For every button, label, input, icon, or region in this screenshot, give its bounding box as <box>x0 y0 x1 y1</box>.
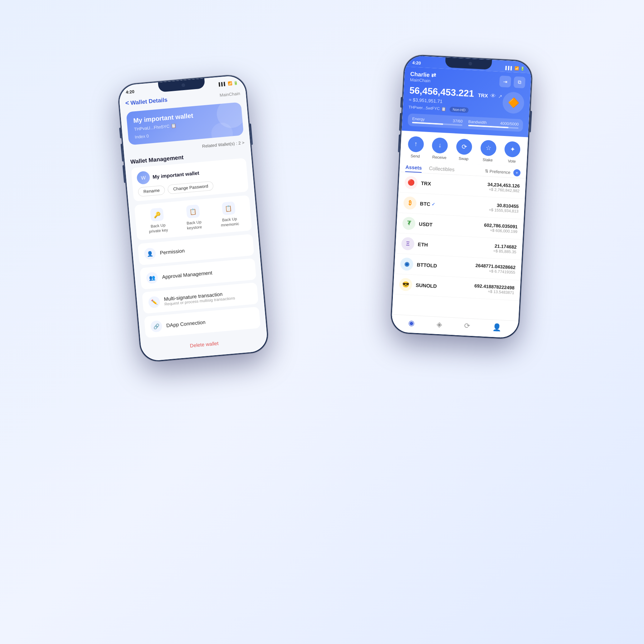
eth-icon: Ξ <box>401 237 415 250</box>
send-action[interactable]: ↑ Send <box>407 136 424 158</box>
bttold-icon: ◉ <box>400 257 414 271</box>
mnemonic-icon: 📋 <box>221 201 235 215</box>
expand-icon[interactable]: ↗ <box>498 93 502 99</box>
dapp-label: DApp Connection <box>166 319 206 328</box>
swap-action[interactable]: ⟳ Swap <box>455 138 472 161</box>
wallet-card: My important wallet THPvaU...Fhn5YC 📋 In… <box>126 102 244 145</box>
receive-btn[interactable]: ↓ Receive <box>431 137 448 160</box>
vote-action[interactable]: ✦ Vote <box>504 141 521 164</box>
backup-mnemonic-label: Back Upmnemonic <box>220 216 239 228</box>
permission-label: Permission <box>160 248 185 255</box>
permission-icon: 👤 <box>144 247 156 260</box>
tab-assets[interactable]: Assets <box>405 162 422 172</box>
key-icon: 🔑 <box>150 208 164 221</box>
tab-collectibles[interactable]: Collectibles <box>429 163 455 175</box>
change-password-button[interactable]: Change Password <box>167 181 214 194</box>
nav-profile[interactable]: 👤 <box>492 323 501 332</box>
nav-collect[interactable]: ◈ <box>436 320 442 329</box>
sunold-icon: 😎 <box>399 278 413 291</box>
status-time: 4:20 <box>126 89 135 95</box>
energy-label: Energy <box>412 116 425 121</box>
tab-actions: ⇅ Preference + <box>484 167 521 176</box>
nav-assets[interactable]: ◉ <box>408 318 415 327</box>
backup-private-key[interactable]: 🔑 Back Upprivate key <box>147 208 168 234</box>
back-icon: < <box>125 99 129 107</box>
phone-wallet-details: 4:20 ▌▌▌ 📶 🔋 < Wallet Details MainChain <box>117 74 270 363</box>
visibility-icon[interactable]: 👁 <box>490 93 496 99</box>
wallet-item-name: My important wallet <box>152 170 200 180</box>
non-hd-badge: Non-HD <box>450 107 469 113</box>
backup-private-key-label: Back Upprivate key <box>148 222 168 234</box>
header-actions: ⇥ ⧉ <box>499 75 526 88</box>
approval-label: Approval Management <box>162 270 213 280</box>
back-button[interactable]: < Wallet Details <box>125 96 167 107</box>
status-icons: ▌▌▌ 📶 🔋 <box>219 80 238 86</box>
bandwidth-val: 4000/5000 <box>500 121 519 126</box>
backup-keystore-label: Back Upkeystore <box>186 219 202 231</box>
backup-row: 🔑 Back Upprivate key 📋 Back Upkeystore 📋… <box>134 195 252 240</box>
usdt-icon: ₮ <box>402 216 416 230</box>
multisig-icon: ✏️ <box>148 296 161 308</box>
stake-action[interactable]: ☆ Stake <box>480 140 497 162</box>
preference-label[interactable]: ⇅ Preference <box>484 169 511 175</box>
receive-action[interactable]: ⇥ <box>499 75 511 88</box>
btc-icon: ₿ <box>403 196 417 210</box>
energy-val: 37/60 <box>453 118 463 123</box>
chain-label: MainChain <box>219 91 240 98</box>
backup-mnemonic[interactable]: 📋 Back Upmnemonic <box>219 201 239 228</box>
bandwidth-label: Bandwidth <box>468 119 487 125</box>
backup-keystore[interactable]: 📋 Back Upkeystore <box>185 204 202 231</box>
scan-action[interactable]: ⧉ <box>513 76 526 88</box>
wallet-avatar: W <box>136 171 150 185</box>
assets-list: 🔴 TRX 34,234,453.126 ≈$ 2,760,842,982 ₿ … <box>392 172 526 321</box>
rename-button[interactable]: Rename <box>138 185 165 197</box>
nav-history[interactable]: ⟳ <box>464 321 470 330</box>
add-token-icon[interactable]: + <box>513 169 521 176</box>
phone-main-wallet: 4:20 ▌▌▌ 📶 🔋 Charlie ⇄ MainC <box>390 54 533 340</box>
header-title: Wallet Details <box>130 97 168 106</box>
status-icons-2: ▌▌▌ 📶 🔋 <box>506 65 525 70</box>
trx-icon: 🔴 <box>404 176 418 189</box>
status-time-2: 4:20 <box>412 60 421 65</box>
keystore-icon: 📋 <box>186 204 200 218</box>
dapp-icon: 🔗 <box>150 320 163 332</box>
approval-icon: 👥 <box>146 272 158 284</box>
